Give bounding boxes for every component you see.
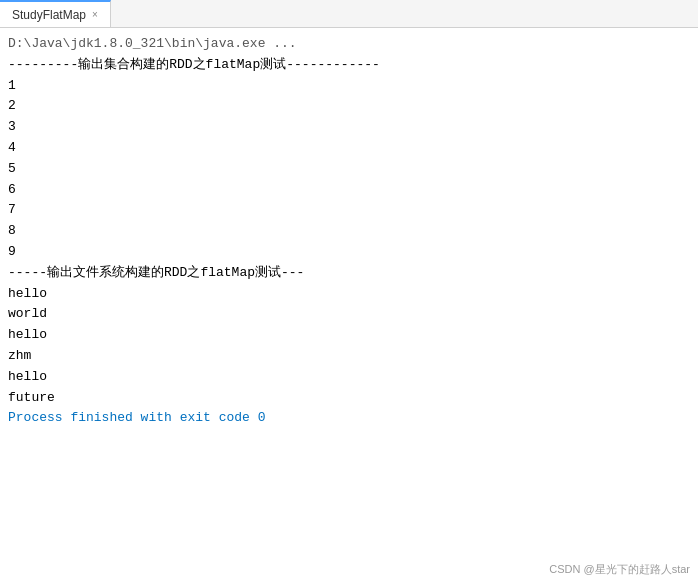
tab-close-icon[interactable]: ×: [92, 10, 98, 20]
tab-studyflatmap[interactable]: StudyFlatMap ×: [0, 0, 111, 27]
console-area: D:\Java\jdk1.8.0_321\bin\java.exe ...---…: [0, 28, 698, 585]
console-line: Process finished with exit code 0: [8, 408, 690, 429]
console-line: hello: [8, 325, 690, 346]
console-line: 7: [8, 200, 690, 221]
console-line: D:\Java\jdk1.8.0_321\bin\java.exe ...: [8, 34, 690, 55]
console-line: 2: [8, 96, 690, 117]
console-line: -----输出文件系统构建的RDD之flatMap测试---: [8, 263, 690, 284]
console-line: 6: [8, 180, 690, 201]
console-line: future: [8, 388, 690, 409]
console-line: 9: [8, 242, 690, 263]
console-line: 5: [8, 159, 690, 180]
console-output: D:\Java\jdk1.8.0_321\bin\java.exe ...---…: [8, 34, 690, 429]
console-line: 1: [8, 76, 690, 97]
console-line: zhm: [8, 346, 690, 367]
tab-label: StudyFlatMap: [12, 8, 86, 22]
console-line: ---------输出集合构建的RDD之flatMap测试-----------…: [8, 55, 690, 76]
console-line: 8: [8, 221, 690, 242]
console-line: world: [8, 304, 690, 325]
tab-bar: StudyFlatMap ×: [0, 0, 698, 28]
watermark: CSDN @星光下的赶路人star: [549, 562, 690, 577]
console-line: hello: [8, 367, 690, 388]
console-line: 4: [8, 138, 690, 159]
console-line: 3: [8, 117, 690, 138]
console-line: hello: [8, 284, 690, 305]
